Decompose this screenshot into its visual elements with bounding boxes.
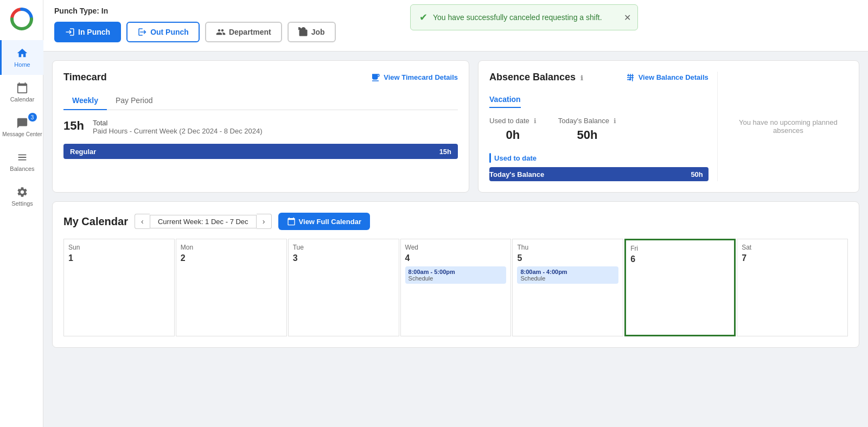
cards-row: Timecard View Timecard Details Weekly Pa… [52, 60, 859, 193]
balance-bar-label: Today's Balance [489, 170, 544, 179]
main-content: Punch Type: In ✔ You have successfully c… [43, 0, 868, 427]
tab-pay-period[interactable]: Pay Period [107, 92, 161, 110]
week-label: Current Week: 1 Dec - 7 Dec [150, 215, 257, 228]
app-logo [0, 0, 43, 38]
timecard-meta: Total Paid Hours - Current Week (2 Dec 2… [93, 119, 263, 135]
balance-progress-bar: Today's Balance 50h [489, 167, 709, 181]
out-punch-icon [137, 27, 147, 37]
banner-close-button[interactable]: ✕ [624, 12, 631, 23]
view-balance-details-button[interactable]: View Balance Details [626, 73, 709, 82]
todays-balance-label: Today's Balance ℹ [558, 117, 616, 125]
used-to-date-item: Used to date ℹ 0h [489, 117, 537, 142]
calendar-day-sat[interactable]: Sat7 [737, 239, 848, 336]
sidebar-item-messages[interactable]: Message Center 3 [0, 110, 43, 144]
timecard-card: Timecard View Timecard Details Weekly Pa… [52, 60, 469, 193]
absence-card-header: Absence Balances ℹ View Balance Details [489, 72, 709, 83]
used-to-date-value: 0h [489, 128, 537, 142]
sidebar-label-calendar: Calendar [10, 96, 35, 103]
todays-balance-item: Today's Balance ℹ 50h [558, 117, 616, 142]
timecard-card-header: Timecard View Timecard Details [63, 72, 458, 83]
out-punch-button[interactable]: Out Punch [126, 22, 200, 42]
sidebar: Home Calendar Message Center 3 Balances … [0, 0, 43, 427]
calendar-day-mon[interactable]: Mon2 [176, 239, 287, 336]
timecard-summary: 15h Total Paid Hours - Current Week (2 D… [63, 119, 458, 135]
sidebar-label-messages: Message Center [2, 131, 42, 137]
content-grid: Timecard View Timecard Details Weekly Pa… [43, 52, 868, 427]
in-punch-button[interactable]: In Punch [54, 22, 121, 42]
success-banner: ✔ You have successfully canceled request… [410, 4, 638, 30]
used-to-date-bar-label: Used to date [489, 153, 537, 163]
timecard-details-icon [371, 73, 380, 82]
week-nav: ‹ Current Week: 1 Dec - 7 Dec › [135, 214, 272, 229]
timecard-tabs: Weekly Pay Period [63, 92, 458, 110]
view-timecard-details-button[interactable]: View Timecard Details [371, 73, 458, 82]
used-to-date-info: ℹ [534, 117, 537, 125]
sidebar-label-settings: Settings [11, 200, 33, 207]
punch-type-value: In [101, 7, 108, 15]
sidebar-item-balances[interactable]: Balances [0, 144, 43, 179]
calendar-event: 8:00am - 5:00pmSchedule [405, 266, 507, 284]
calendar-grid: Sun1Mon2Tue3Wed48:00am - 5:00pmScheduleT… [63, 239, 848, 336]
absence-title: Absence Balances ℹ [489, 72, 583, 83]
timecard-bar-value: 15h [439, 148, 458, 156]
view-full-calendar-button[interactable]: View Full Calendar [278, 213, 370, 230]
calendar-title: My Calendar [63, 215, 128, 228]
todays-balance-value: 50h [558, 128, 616, 142]
balance-bar-wrap: Today's Balance 50h [489, 167, 709, 181]
calendar-day-wed[interactable]: Wed48:00am - 5:00pmSchedule [400, 239, 512, 336]
department-icon [216, 27, 226, 37]
absence-balances-card: Absence Balances ℹ View Balance Details … [478, 60, 859, 193]
balance-bar-value: 50h [691, 170, 703, 179]
sidebar-item-calendar[interactable]: Calendar [0, 75, 43, 110]
calendar-section: My Calendar ‹ Current Week: 1 Dec - 7 De… [52, 201, 859, 348]
vacation-tab[interactable]: Vacation [489, 92, 521, 108]
banner-message: You have successfully canceled requestin… [433, 13, 602, 22]
todays-balance-info: ℹ [614, 117, 616, 125]
used-to-date-bar: Used to date [489, 153, 709, 163]
next-week-button[interactable]: › [257, 214, 272, 229]
timecard-progress-wrap: Regular 15h [63, 144, 458, 159]
calendar-header: My Calendar ‹ Current Week: 1 Dec - 7 De… [63, 213, 848, 230]
calendar-day-fri[interactable]: Fri6 [624, 239, 736, 336]
no-upcoming-text: You have no upcoming planned absences [729, 107, 848, 145]
department-button[interactable]: Department [205, 22, 282, 42]
calendar-day-sun[interactable]: Sun1 [63, 239, 175, 336]
job-icon [298, 27, 308, 37]
calendar-day-tue[interactable]: Tue3 [288, 239, 399, 336]
check-circle-icon: ✔ [419, 11, 427, 23]
used-to-date-label: Used to date ℹ [489, 117, 537, 125]
timecard-title: Timecard [63, 72, 107, 83]
sidebar-item-settings[interactable]: Settings [0, 179, 43, 214]
calendar-event: 8:00am - 4:00pmSchedule [517, 266, 618, 284]
calendar-icon [287, 217, 296, 226]
sidebar-label-balances: Balances [10, 165, 34, 172]
no-upcoming-section: You have no upcoming planned absences [717, 72, 848, 181]
tab-weekly[interactable]: Weekly [63, 92, 107, 110]
sidebar-item-home[interactable]: Home [0, 40, 43, 75]
timecard-bar: Regular 15h [63, 144, 458, 159]
prev-week-button[interactable]: ‹ [135, 214, 150, 229]
absence-info-icon: ℹ [580, 74, 583, 82]
calendar-day-thu[interactable]: Thu58:00am - 4:00pmSchedule [512, 239, 623, 336]
job-button[interactable]: Job [288, 22, 336, 42]
punch-section: Punch Type: In ✔ You have successfully c… [43, 0, 868, 52]
balance-details-icon [626, 73, 635, 82]
messages-badge: 3 [28, 113, 37, 122]
in-punch-icon [65, 27, 75, 37]
timecard-hours: 15h [63, 119, 84, 133]
balance-row: Used to date ℹ 0h Today's Balance ℹ [489, 117, 709, 142]
sidebar-label-home: Home [14, 61, 30, 68]
